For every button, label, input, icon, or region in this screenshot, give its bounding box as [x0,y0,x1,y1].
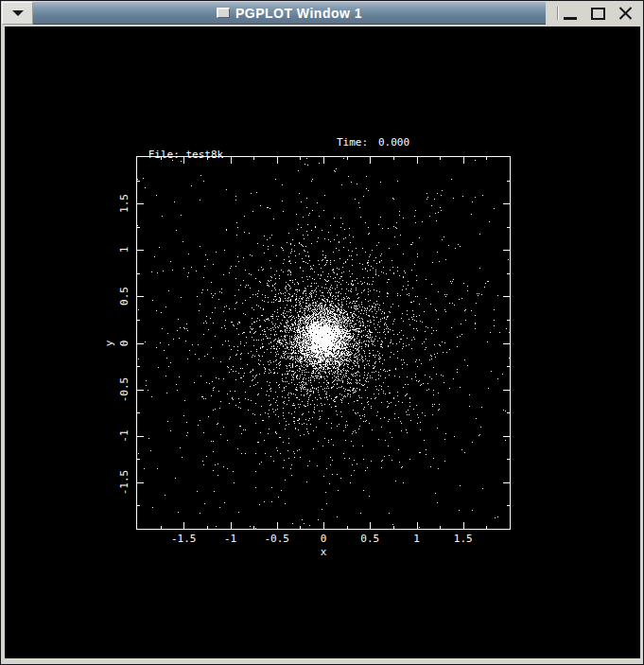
x-tick-label: 1 [413,533,420,545]
x-tick-label: -1.5 [171,533,197,545]
x-tick-label: -0.5 [265,533,290,545]
minimize-button[interactable] [559,4,582,23]
x-axis-title: x [321,546,327,558]
window-menu-button[interactable] [2,2,33,25]
window-controls [546,2,642,25]
x-tick-label: 0.5 [360,533,379,545]
titlebar: PGPLOT Window 1 [2,2,642,25]
dropdown-triangle-icon [12,10,24,16]
close-icon [618,7,633,21]
y-tick-label: 1 [118,247,131,254]
window-icon [217,8,230,18]
y-axis-title: y [103,340,115,346]
plot-canvas-area: File: test8k Time: 0.000 x y -1.5-1-0.50… [5,26,640,658]
y-tick-label: 0.5 [118,287,131,306]
time-label: Time: [337,136,368,149]
x-tick-label: -1 [224,533,236,545]
maximize-icon [591,8,605,20]
time-value: 0.000 [378,136,409,149]
minimize-icon [564,17,577,20]
maximize-button[interactable] [586,4,609,23]
y-tick-label: 1.5 [118,194,131,213]
titlebar-drag-area[interactable]: PGPLOT Window 1 [33,2,546,25]
x-tick-label: 0 [321,533,327,545]
y-tick-label: -1 [118,429,131,442]
y-tick-label: 0 [118,340,131,346]
x-tick-label: 1.5 [454,533,473,545]
y-tick-label: -0.5 [118,376,131,402]
close-button[interactable] [614,4,636,23]
window-title: PGPLOT Window 1 [235,6,362,21]
scatter-plot [136,156,511,530]
pgplot-window: PGPLOT Window 1 File: test8k Time: 0.000… [0,0,644,665]
controls-divider [557,7,558,20]
y-tick-label: -1.5 [118,470,131,496]
